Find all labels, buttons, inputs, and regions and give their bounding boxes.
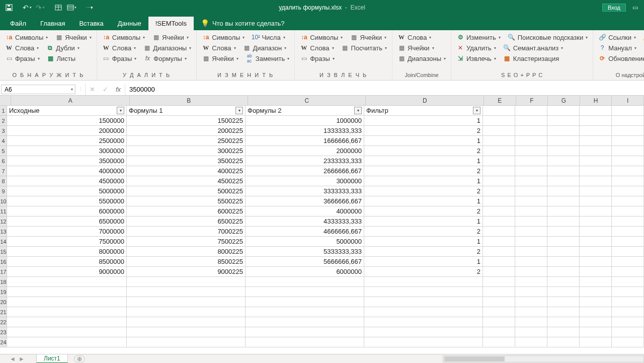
cell[interactable]: [547, 116, 580, 126]
horizontal-scrollbar[interactable]: [443, 355, 644, 362]
cmd-detect-symbols[interactable]: ↕aСимволы▾: [3, 32, 50, 42]
cell[interactable]: [547, 126, 580, 136]
cell[interactable]: [547, 267, 580, 277]
cell[interactable]: Формулы 2▾: [246, 106, 364, 116]
cell[interactable]: [612, 186, 644, 196]
cell[interactable]: [483, 116, 515, 126]
tab-semtools[interactable]: !SEMTools: [148, 17, 194, 30]
cmd-seo-semant[interactable]: 🔍Семант.анализ▾: [501, 43, 566, 53]
cell[interactable]: 2: [364, 267, 483, 277]
cell[interactable]: [547, 287, 580, 297]
cell[interactable]: 8000225: [127, 247, 246, 257]
cmd-detect-phrases[interactable]: ▭Фразы▾: [3, 53, 42, 63]
cell[interactable]: 2: [364, 146, 483, 156]
tab-home[interactable]: Главная: [33, 17, 72, 30]
cmd-detect-dupes[interactable]: ⧉Дубли▾: [44, 43, 81, 53]
filter-dropdown-icon[interactable]: ▾: [117, 107, 124, 114]
cell[interactable]: 1: [364, 237, 483, 247]
cell[interactable]: 6500000: [7, 216, 127, 227]
cell[interactable]: [580, 196, 612, 206]
cancel-icon[interactable]: ✕: [86, 84, 99, 95]
cell[interactable]: 4000225: [127, 166, 246, 176]
cell[interactable]: 4500000: [7, 176, 127, 186]
tell-me[interactable]: 💡 Что вы хотите сделать?: [194, 16, 292, 30]
cell[interactable]: [547, 317, 580, 327]
cell[interactable]: [515, 337, 547, 347]
cell[interactable]: [547, 146, 580, 156]
cell[interactable]: 3666666,667: [246, 196, 364, 206]
cmd-ch-numbers[interactable]: 10²Числа▾: [250, 32, 287, 42]
cell[interactable]: [612, 206, 644, 216]
cell[interactable]: [547, 337, 580, 347]
cell[interactable]: [612, 237, 644, 247]
cell[interactable]: 7500225: [127, 237, 246, 247]
cell[interactable]: [483, 267, 515, 277]
row-header[interactable]: 8: [0, 176, 7, 186]
cmd-ex-cells[interactable]: ▦Ячейки▾: [348, 32, 388, 42]
new-sheet-button[interactable]: ⊕: [74, 355, 85, 363]
cell[interactable]: [483, 307, 515, 317]
cell[interactable]: 1: [364, 136, 483, 146]
cell[interactable]: [364, 317, 483, 327]
sheet-tab[interactable]: Лист1: [36, 354, 68, 363]
prev-sheet-icon[interactable]: ◄: [8, 355, 17, 362]
cell[interactable]: 1500000: [7, 116, 127, 126]
cell[interactable]: [547, 156, 580, 166]
cell[interactable]: 2: [364, 166, 483, 176]
cell[interactable]: 3500225: [127, 156, 246, 166]
cell[interactable]: [127, 277, 246, 287]
cell[interactable]: [612, 216, 644, 227]
cell[interactable]: [483, 337, 515, 347]
row-header[interactable]: 16: [0, 257, 7, 267]
cmd-ch-range[interactable]: ▦Диапазон▾: [241, 43, 289, 53]
cell[interactable]: [547, 176, 580, 186]
cmd-detect-sheets[interactable]: ▦Листы: [45, 53, 78, 63]
cell[interactable]: [483, 106, 515, 116]
cell[interactable]: 6000000: [246, 267, 364, 277]
cell[interactable]: [7, 317, 127, 327]
col-header[interactable]: A: [11, 96, 130, 105]
cell[interactable]: [246, 297, 364, 307]
cell[interactable]: [580, 297, 612, 307]
cell[interactable]: [515, 186, 547, 196]
cell[interactable]: [483, 156, 515, 166]
row-header[interactable]: 4: [0, 136, 7, 146]
cell[interactable]: 5000000: [7, 186, 127, 196]
cell[interactable]: [127, 287, 246, 297]
cell[interactable]: Исходные▾: [7, 106, 127, 116]
cmd-del-formulas[interactable]: fxФормулы▾: [141, 53, 189, 63]
cell[interactable]: [515, 257, 547, 267]
tab-file[interactable]: Файл: [3, 17, 33, 30]
cell[interactable]: Фильтр▾: [364, 106, 483, 116]
cell[interactable]: [364, 307, 483, 317]
cell[interactable]: [612, 307, 644, 317]
cell[interactable]: 5000225: [127, 186, 246, 196]
cell[interactable]: [612, 287, 644, 297]
row-header[interactable]: 3: [0, 126, 7, 136]
cell[interactable]: [246, 317, 364, 327]
row-header[interactable]: 5: [0, 146, 7, 156]
row-header[interactable]: 7: [0, 166, 7, 176]
cmd-ch-symbols[interactable]: ↕aСимволы▾: [200, 32, 247, 42]
cmd-ex-symbols[interactable]: ↕aСимволы▾: [298, 32, 345, 42]
cell[interactable]: 1333333,333: [246, 126, 364, 136]
cell[interactable]: 5333333,333: [246, 247, 364, 257]
cell[interactable]: [547, 247, 580, 257]
cell[interactable]: [515, 106, 547, 116]
cell[interactable]: [580, 257, 612, 267]
cmd-ch-cells[interactable]: ▦Ячейки▾: [200, 53, 240, 63]
cell[interactable]: [612, 126, 644, 136]
cell[interactable]: 2500225: [127, 136, 246, 146]
cell[interactable]: 4000000: [246, 206, 364, 216]
cmd-license[interactable]: 🔑Лице: [641, 32, 644, 42]
cell[interactable]: [364, 297, 483, 307]
cell[interactable]: [127, 337, 246, 347]
filter-dropdown-icon[interactable]: ▾: [473, 107, 480, 114]
cell[interactable]: 1000000: [246, 116, 364, 126]
row-header[interactable]: 22: [0, 317, 7, 327]
enter-icon[interactable]: ✓: [99, 84, 112, 95]
cell[interactable]: [612, 136, 644, 146]
cmd-del-ranges[interactable]: ▦Диапазоны▾: [141, 43, 193, 53]
tab-data[interactable]: Данные: [111, 17, 148, 30]
cell[interactable]: 5500225: [127, 196, 246, 206]
